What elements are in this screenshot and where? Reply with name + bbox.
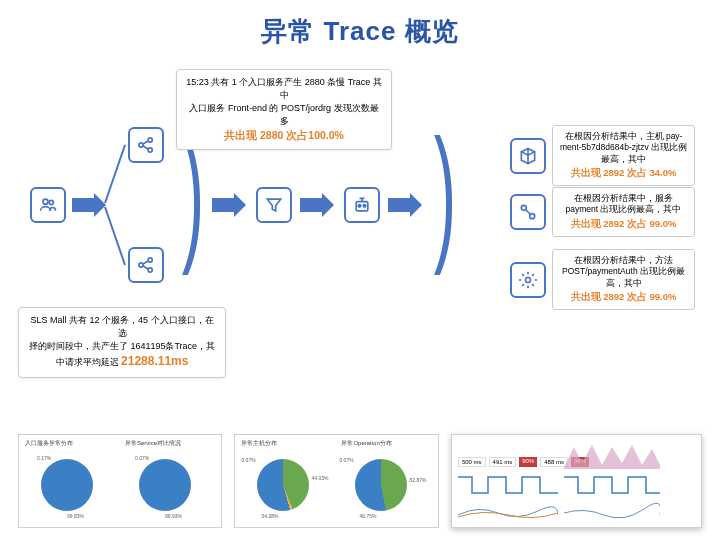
robot-icon — [344, 187, 380, 223]
thumb-pies-left: 入口服务异常分布 异常Service对比情况 0.17% 99.83% 0.07… — [18, 434, 222, 528]
filter-icon — [256, 187, 292, 223]
card-text: 中请求平均延迟 21288.11ms — [27, 353, 217, 370]
card-text: SLS Mall 共有 12 个服务，45 个入口接口，在选 — [27, 314, 217, 340]
arrow-icon — [212, 193, 246, 217]
pie-label: 0.17% — [37, 455, 51, 461]
chart-title: 异常主机分布 — [241, 439, 277, 448]
result-card: 在根因分析结果中，主机 pay-ment-5b7d8d684b-zjtzv 出现… — [552, 125, 695, 186]
result-row-service: 在根因分析结果中，服务 payment 出现比例最高，其中 共出现 2892 次… — [510, 187, 695, 237]
pie-label: 44.03% — [311, 475, 328, 481]
chart-title: 入口服务异常分布 — [25, 439, 73, 448]
result-highlight: 共出现 2892 次占 99.0% — [559, 218, 688, 231]
svg-point-10 — [363, 205, 366, 208]
thumbnail-row: 入口服务异常分布 异常Service对比情况 0.17% 99.83% 0.07… — [0, 434, 720, 528]
result-text: 在根因分析结果中，服务 payment 出现比例最高，其中 — [566, 193, 682, 214]
thumb-pies-right: 异常主机分布 异常Operation分布 0.07% 44.03% 54.28%… — [234, 434, 438, 528]
flow-diagram: ) ) 15:23 共有 1 个入口服务产生 2880 条慢 Trace 其中 … — [0, 57, 720, 367]
result-row-host: 在根因分析结果中，主机 pay-ment-5b7d8d684b-zjtzv 出现… — [510, 125, 695, 186]
result-text: 在根因分析结果中，主机 pay-ment-5b7d8d684b-zjtzv 出现… — [560, 131, 687, 164]
svg-point-9 — [358, 205, 361, 208]
page-title: 异常 Trace 概览 — [0, 0, 720, 57]
pie-label: 0.07% — [241, 457, 255, 463]
svg-point-1 — [49, 200, 53, 204]
metric-badge: 491 ms — [489, 457, 517, 467]
pie-chart — [355, 459, 407, 511]
bracket-icon: ) — [434, 117, 456, 267]
summary-card-bottom: SLS Mall 共有 12 个服务，45 个入口接口，在选 择的时间段中，共产… — [18, 307, 226, 378]
result-highlight: 共出现 2892 次占 34.0% — [559, 167, 688, 180]
cube-icon — [510, 138, 546, 174]
mini-step-chart — [458, 473, 558, 497]
arrow-icon — [388, 193, 422, 217]
card-text: 15:23 共有 1 个入口服务产生 2880 条慢 Trace 其中 — [185, 76, 383, 102]
pie-chart — [139, 459, 191, 511]
pie-label: 0.07% — [339, 457, 353, 463]
pie-label: 99.93% — [165, 513, 182, 519]
result-highlight: 共出现 2892 次占 99.0% — [559, 291, 688, 304]
pie-label: 99.83% — [67, 513, 84, 519]
pie-label: 52.87% — [409, 477, 426, 483]
chart-title: 异常Service对比情况 — [125, 439, 181, 448]
result-card: 在根因分析结果中，方法 POST/paymentAuth 出现比例最高，其中 共… — [552, 249, 695, 310]
mini-area-chart — [564, 439, 660, 469]
card-text: 入口服务 Front-end 的 POST/jordrg 发现次数最多 — [185, 102, 383, 128]
pie-label: 54.28% — [261, 513, 278, 519]
arrow-icon — [300, 193, 334, 217]
connector-lines — [105, 135, 135, 275]
users-icon — [30, 187, 66, 223]
card-highlight: 21288.11ms — [121, 354, 188, 368]
result-text: 在根因分析结果中，方法 POST/paymentAuth 出现比例最高，其中 — [562, 255, 685, 288]
pie-label: 0.07% — [135, 455, 149, 461]
mini-step-chart — [564, 473, 660, 497]
svg-point-0 — [43, 199, 48, 204]
metric-badge: 90% — [519, 457, 537, 467]
pie-chart — [257, 459, 309, 511]
mini-line-chart — [458, 501, 558, 523]
summary-card-top: 15:23 共有 1 个入口服务产生 2880 条慢 Trace 其中 入口服务… — [176, 69, 392, 150]
card-highlight: 共出现 2880 次占100.0% — [185, 128, 383, 143]
mini-line-chart — [564, 501, 660, 523]
card-text: 择的时间段中，共产生了 1641195条Trace，其 — [27, 340, 217, 353]
result-row-method: 在根因分析结果中，方法 POST/paymentAuth 出现比例最高，其中 共… — [510, 249, 695, 310]
metric-badge: 500 ms — [458, 457, 486, 467]
result-card: 在根因分析结果中，服务 payment 出现比例最高，其中 共出现 2892 次… — [552, 187, 695, 237]
thumb-dashboard: 500 ms 491 ms 90% 488 ms 98% — [451, 434, 702, 528]
link-icon — [510, 194, 546, 230]
chart-title: 异常Operation分布 — [341, 439, 391, 448]
arrow-icon — [72, 193, 106, 217]
pie-chart — [41, 459, 93, 511]
gear-icon — [510, 262, 546, 298]
svg-point-13 — [526, 277, 531, 282]
pie-label: 46.75% — [359, 513, 376, 519]
